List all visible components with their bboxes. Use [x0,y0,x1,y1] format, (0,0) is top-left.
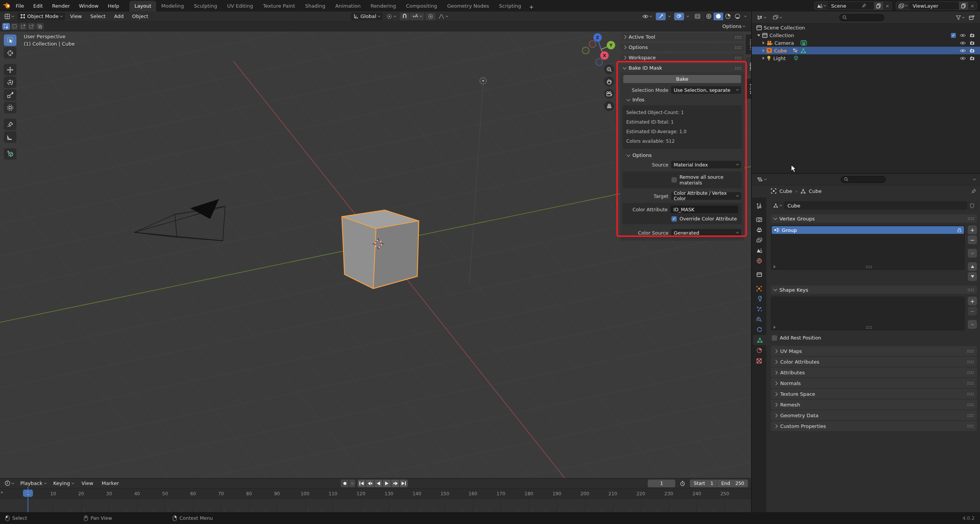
tab-object-data[interactable] [753,335,766,345]
tab-world[interactable] [752,256,766,266]
panel-geometry-data[interactable]: Geometry Data [771,410,977,420]
auto-keying-dropdown[interactable] [349,480,355,487]
remove-vertex-group-button[interactable]: − [968,235,977,244]
shading-settings-dropdown[interactable] [742,13,749,20]
panel-color-attributes[interactable]: Color Attributes [771,357,977,367]
select-mode-intersect-button[interactable] [36,23,44,30]
panel-uv-maps[interactable]: UV Maps [771,346,977,356]
tab-shading[interactable]: Shading [300,1,330,11]
remove-viewlayer-button[interactable]: × [968,2,977,10]
proportional-falloff-dropdown[interactable] [436,13,450,20]
panel-attributes[interactable]: Attributes [771,367,977,377]
overlays-settings-dropdown[interactable] [684,15,691,18]
end-frame-field[interactable]: End250 [717,480,748,487]
tab-animation[interactable]: Animation [330,1,366,11]
use-preview-range-button[interactable] [678,480,688,487]
zoom-button[interactable] [604,64,614,74]
pin-icon[interactable] [862,3,866,8]
tool-transform[interactable] [4,102,16,113]
outliner-filter-dropdown[interactable] [954,15,967,21]
disclosure-closed-icon[interactable] [763,41,764,44]
tab-rendering[interactable]: Rendering [366,1,401,11]
panel-grip-icon[interactable] [735,36,741,39]
panel-workspace[interactable]: Workspace [620,54,744,62]
tab-collection[interactable] [752,269,766,280]
play-button[interactable] [383,480,391,487]
outliner-row-scene-collection[interactable]: Scene Collection [752,24,980,31]
select-mode-subtract-button[interactable] [28,23,35,30]
list-grip-icon[interactable] [866,326,872,329]
snap-toggle[interactable] [400,13,410,20]
new-collection-button[interactable] [967,14,977,21]
unlock-icon[interactable] [957,228,962,232]
new-viewlayer-button[interactable] [959,2,968,10]
axis-neg-x-handle[interactable] [589,41,596,47]
camera-view-button[interactable] [604,89,614,99]
hide-eye-icon[interactable] [960,49,966,53]
menu-window[interactable]: Window [75,2,103,10]
pivot-point-dropdown[interactable] [384,13,398,20]
tool-cursor[interactable] [4,47,16,59]
tool-add-cube[interactable] [4,148,16,160]
outliner-row-light[interactable]: Light [752,54,980,62]
jump-to-start-button[interactable] [358,480,366,487]
timeline-editor-type-button[interactable] [2,480,16,487]
properties-editor-type-button[interactable] [755,176,769,183]
hide-eye-icon[interactable] [960,41,966,45]
viewport-menu-object[interactable]: Object [129,12,152,20]
navigation-gizmo[interactable]: Z Y X [579,33,622,72]
viewport-menu-view[interactable]: View [67,12,85,20]
list-resize-icon[interactable] [774,265,776,268]
panel-custom-properties[interactable]: Custom Properties [771,421,977,431]
options-subpanel-header[interactable]: Options [627,152,741,158]
modifier-stack-icon[interactable] [793,48,799,53]
fake-user-button[interactable] [967,201,977,210]
tab-scene[interactable] [752,245,766,256]
disable-render-icon[interactable] [970,41,975,45]
tab-uv-editing[interactable]: UV Editing [222,1,258,11]
remove-shape-key-button[interactable]: − [968,307,977,315]
panel-options[interactable]: Options [620,43,744,51]
panel-normals[interactable]: Normals [771,378,977,388]
vertex-group-row[interactable]: Group [772,226,964,234]
add-workspace-button[interactable]: + [526,2,537,11]
viewlayer-name-field[interactable]: ViewLayer [910,2,959,10]
override-color-attribute-checkbox[interactable]: ✓ [671,216,677,222]
transform-orientation-dropdown[interactable]: Global [351,13,382,20]
tab-material[interactable] [752,345,766,356]
select-mode-new-button[interactable] [11,23,18,30]
viewport-options-dropdown[interactable]: Options [720,23,747,30]
tool-select-box[interactable] [4,34,16,46]
shape-keys-panel-header[interactable]: Shape Keys [771,286,977,294]
shading-wireframe-button[interactable] [704,13,714,20]
panel-grip-icon[interactable] [967,414,973,417]
panel-grip-icon[interactable] [967,403,973,406]
blender-logo-icon[interactable] [3,3,11,9]
target-dropdown[interactable]: Color Attribute / Vertex Color [671,192,741,200]
tab-object[interactable] [752,283,766,294]
disable-render-icon[interactable] [970,49,975,53]
tab-compositing[interactable]: Compositing [401,1,442,11]
add-shape-key-button[interactable]: + [968,297,977,305]
mesh-name-field[interactable]: Cube [784,201,967,210]
xray-toggle[interactable] [693,13,702,20]
properties-search[interactable] [841,176,886,183]
menu-render[interactable]: Render [48,2,74,10]
panel-grip-icon[interactable] [967,217,974,220]
tab-texture[interactable] [752,356,766,366]
collection-checkbox[interactable]: ✓ [951,33,956,38]
menu-file[interactable]: File [11,2,28,10]
axis-neg-z-handle[interactable] [596,59,603,65]
timeline-menu-playback[interactable]: Playback [18,480,49,487]
ortho-toggle-button[interactable] [604,101,614,111]
menu-edit[interactable]: Edit [29,2,47,10]
panel-grip-icon[interactable] [967,371,973,374]
tab-particles[interactable] [752,304,766,314]
outliner-filter-collection-dropdown[interactable] [771,14,784,21]
unlink-scene-button[interactable]: × [883,2,892,10]
shading-material-button[interactable] [723,13,733,20]
disclosure-closed-icon[interactable] [763,49,764,52]
gizmo-settings-dropdown[interactable] [666,15,673,18]
vertex-groups-panel-header[interactable]: Vertex Groups [771,214,977,223]
breadcrumb-data-name[interactable]: Cube [809,188,822,194]
